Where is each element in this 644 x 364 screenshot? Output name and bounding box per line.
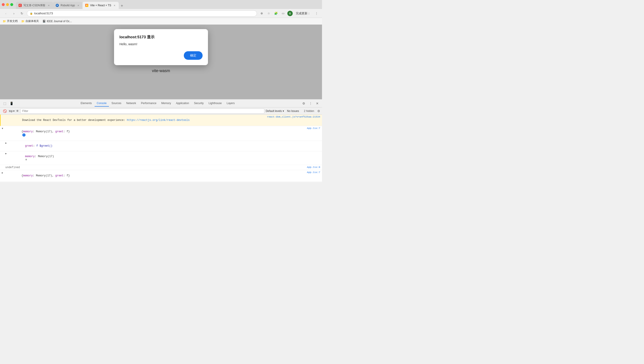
alert-dialog: localhost:5173 显示 Hello, wasm! 确定 (114, 29, 208, 65)
levels-label: Default levels (266, 109, 282, 113)
tab-bar: C 写文章-CSDN博客 ✕ R Rsbuild App ✕ ▼ Vite + … (16, 0, 302, 9)
browser-window: C 写文章-CSDN博客 ✕ R Rsbuild App ✕ ▼ Vite + … (0, 0, 322, 182)
update-button[interactable]: 完成更新： (294, 11, 312, 16)
refresh-button[interactable]: ↻ (19, 10, 25, 17)
no-expand-spacer (2, 115, 5, 116)
console-line-object2: ▶ {memory: Memory(17), greet: f} App.tsx… (0, 170, 322, 181)
scope-selector[interactable]: top ▾ (9, 109, 14, 113)
tab-favicon-rsbuild: R (56, 4, 59, 7)
alert-overlay: localhost:5173 显示 Hello, wasm! 确定 (0, 25, 322, 99)
tab-layers[interactable]: Layers (224, 100, 237, 107)
settings-gear-icon[interactable]: ⚙ (301, 101, 307, 106)
more-devtools-icon[interactable]: ⋮ (308, 101, 314, 106)
expand-object2-icon[interactable]: ▶ (2, 171, 4, 174)
console-location-line1[interactable]: react-dom_client.js?v=a4f525aa:21534 (267, 115, 320, 118)
bookmark-label-ieee: IEEE Journal of Oc... (47, 20, 72, 23)
bookmark-ieee[interactable]: 📓 IEEE Journal of Oc... (42, 20, 72, 23)
console-location-object2[interactable]: App.tsx:7 (307, 171, 320, 174)
devtools-icons: ⬚ 📱 (2, 101, 14, 106)
tab-elements[interactable]: Elements (78, 100, 94, 107)
console-toolbar: 🚫 top ▾ 👁 Default levels ▾ No Issues 2 h… (0, 107, 322, 115)
console-text-greet: greet: f $greet() (9, 141, 320, 151)
sidebar-icon[interactable]: ▭ (280, 11, 286, 16)
scope-label: top (9, 109, 13, 113)
device-toolbar-icon[interactable]: 📱 (8, 101, 14, 106)
info-badge-icon: i (22, 133, 26, 136)
expand-greet-icon[interactable]: ▶ (5, 141, 8, 144)
toolbar-actions: ⊕ ☆ 🧩 ▭ G 完成更新： ⋮ (259, 11, 319, 16)
folder-icon-2: 📁 (21, 20, 24, 23)
bookmark-kaifa[interactable]: 📁 开发文档 (3, 19, 18, 23)
console-line-memory: ▶ memory: Memory(17) ⊞ (0, 151, 322, 165)
console-line-devtools-msg: Download the React DevTools for a better… (0, 115, 322, 126)
forward-button[interactable]: › (11, 10, 17, 17)
alert-title: localhost:5173 显示 (120, 35, 202, 40)
tab-label-vite: Vite + React + TS (90, 4, 111, 7)
page-content: localhost:5173 显示 Hello, wasm! 确定 vite-w… (0, 25, 322, 99)
tab-favicon-vite: ▼ (85, 4, 88, 7)
console-line-object1: ▼ {memory: Memory(17), greet: f} i App.t… (0, 126, 322, 141)
no-expand-undefined (2, 166, 4, 166)
minimize-button[interactable] (6, 3, 9, 6)
doc-icon: 📓 (42, 20, 46, 23)
hidden-count-label[interactable]: 2 hidden (302, 109, 316, 113)
alert-actions: 确定 (120, 51, 202, 60)
folder-icon: 📁 (3, 20, 6, 23)
inspect-element-icon[interactable]: ⬚ (2, 101, 8, 106)
tab-application[interactable]: Application (174, 100, 192, 107)
tab-close-vite[interactable]: ✕ (113, 4, 116, 7)
bookmarks-bar: 📁 开发文档 📁 自媒体相关 📓 IEEE Journal of Oc... (0, 18, 322, 25)
grid-icon: ⊞ (26, 158, 28, 161)
default-levels-dropdown[interactable]: Default levels ▾ (266, 109, 284, 113)
console-line-greet: ▶ greet: f $greet() (0, 141, 322, 151)
devtools-msg-text: Download the React DevTools for a better… (22, 119, 127, 122)
devtools-tab-bar: ⬚ 📱 Elements Console Sources Network Per… (0, 99, 322, 107)
tab-console[interactable]: Console (94, 100, 109, 107)
tab-close-rsbuild[interactable]: ✕ (77, 4, 80, 7)
tab-memory[interactable]: Memory (159, 100, 173, 107)
title-bar: C 写文章-CSDN博客 ✕ R Rsbuild App ✕ ▼ Vite + … (0, 0, 322, 9)
tab-rsbuild[interactable]: R Rsbuild App ✕ (53, 2, 82, 9)
console-settings-icon[interactable]: ⚙ (317, 109, 320, 113)
avatar[interactable]: G (287, 11, 293, 16)
tab-label-csdn: 写文章-CSDN博客 (24, 4, 46, 8)
traffic-lights (2, 3, 13, 6)
eye-icon[interactable]: 👁 (16, 109, 19, 113)
alert-confirm-button[interactable]: 确定 (184, 51, 202, 60)
console-line-undefined: undefined App.tsx:8 (0, 165, 322, 170)
tab-favicon-csdn: C (18, 4, 22, 7)
tab-network[interactable]: Network (124, 100, 138, 107)
bookmark-label-zimeiti: 自媒体相关 (26, 19, 39, 23)
console-text-undefined: undefined (5, 166, 307, 169)
tab-performance[interactable]: Performance (139, 100, 159, 107)
collapse-icon[interactable]: ▼ (2, 127, 4, 130)
filter-input[interactable] (20, 109, 264, 113)
console-output: Download the React DevTools for a better… (0, 115, 322, 182)
bookmark-star-icon[interactable]: ☆ (266, 11, 272, 16)
console-location-undefined[interactable]: App.tsx:8 (307, 166, 320, 168)
devtools-link[interactable]: https://reactjs.org/link/react-devtools (127, 119, 190, 122)
expand-memory-icon[interactable]: ▶ (5, 152, 8, 155)
close-button[interactable] (2, 3, 5, 6)
tab-close-csdn[interactable]: ✕ (47, 4, 50, 7)
tab-label-rsbuild: Rsbuild App (60, 4, 75, 7)
console-input-line: > (0, 181, 322, 182)
extension-icon[interactable]: 🧩 (273, 11, 279, 16)
back-button[interactable]: ‹ (3, 10, 9, 17)
tab-vite[interactable]: ▼ Vite + React + TS ✕ (82, 2, 119, 9)
tab-sources[interactable]: Sources (109, 100, 124, 107)
close-devtools-icon[interactable]: ✕ (314, 101, 320, 106)
no-issues-label: No Issues (285, 109, 301, 113)
console-location-line2[interactable]: App.tsx:7 (307, 127, 320, 130)
maximize-button[interactable] (10, 3, 13, 6)
ban-icon[interactable]: 🚫 (2, 108, 8, 114)
address-text: localhost:5173 (34, 12, 254, 15)
tab-security[interactable]: Security (192, 100, 206, 107)
new-tab-button[interactable]: + (119, 3, 125, 9)
bookmark-zimeiti[interactable]: 📁 自媒体相关 (21, 19, 39, 23)
tab-csdn[interactable]: C 写文章-CSDN博客 ✕ (16, 2, 53, 9)
tab-lighthouse[interactable]: Lighthouse (206, 100, 224, 107)
translate-icon[interactable]: ⊕ (259, 11, 264, 16)
more-options-icon[interactable]: ⋮ (314, 11, 319, 16)
address-bar[interactable]: 🔒 localhost:5173 (27, 10, 257, 17)
